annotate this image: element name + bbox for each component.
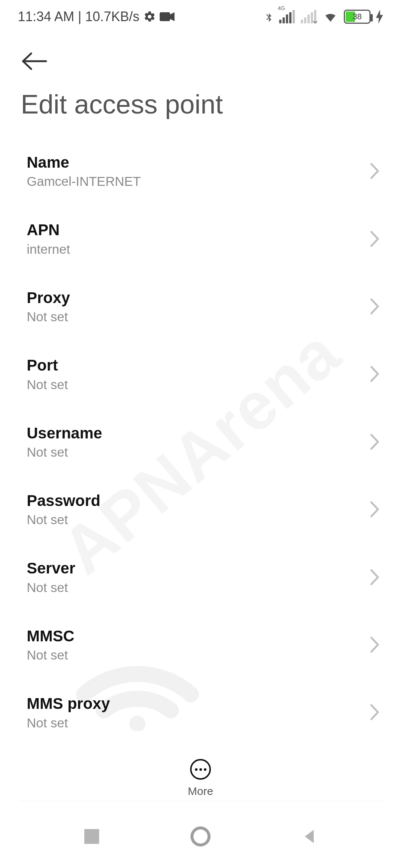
- svg-rect-8: [307, 14, 310, 23]
- chevron-right-icon: [369, 298, 380, 315]
- page-title: Edit access point: [0, 74, 401, 131]
- svg-rect-6: [301, 20, 303, 23]
- setting-value: internet: [27, 242, 369, 257]
- setting-label: Server: [27, 559, 369, 578]
- chevron-right-icon: [369, 501, 380, 518]
- setting-row-text: PasswordNot set: [27, 491, 369, 527]
- setting-label: Name: [27, 153, 369, 172]
- setting-label: Username: [27, 424, 369, 443]
- setting-row-port[interactable]: PortNot set: [0, 340, 401, 408]
- setting-value: Not set: [27, 716, 369, 730]
- wifi-icon: [322, 10, 339, 23]
- nav-home-button[interactable]: [189, 825, 212, 848]
- charging-icon: [376, 10, 383, 24]
- settings-list-viewport: NameGamcel-INTERNETAPNinternetProxyNot s…: [0, 126, 401, 731]
- setting-row-apn[interactable]: APNinternet: [0, 205, 401, 272]
- bluetooth-icon: [264, 9, 274, 24]
- setting-row-text: ProxyNot set: [27, 289, 369, 324]
- setting-row-text: APNinternet: [27, 221, 369, 256]
- setting-row-username[interactable]: UsernameNot set: [0, 408, 401, 476]
- setting-label: APN: [27, 221, 369, 239]
- chevron-right-icon: [369, 365, 380, 382]
- nav-back-button[interactable]: [298, 825, 320, 848]
- svg-rect-5: [293, 10, 295, 23]
- setting-label: Port: [27, 356, 369, 375]
- chevron-right-icon: [369, 569, 380, 586]
- setting-value: Not set: [27, 512, 369, 527]
- status-net-speed: 10.7KB/s: [85, 9, 139, 24]
- setting-label: Proxy: [27, 289, 369, 307]
- svg-rect-10: [314, 10, 316, 23]
- setting-value: Not set: [27, 309, 369, 324]
- battery-indicator: 38: [344, 10, 371, 24]
- setting-row-name[interactable]: NameGamcel-INTERNET: [0, 137, 401, 205]
- signal-nosim-icon: [301, 10, 317, 23]
- circle-icon: [190, 826, 211, 846]
- divider: [19, 801, 382, 801]
- setting-row-text: UsernameNot set: [27, 424, 369, 460]
- nav-recents-button[interactable]: [81, 825, 103, 848]
- setting-value: Not set: [27, 580, 369, 595]
- setting-value: Gamcel-INTERNET: [27, 174, 369, 189]
- svg-rect-2: [283, 17, 285, 23]
- setting-row-mmsc[interactable]: MMSCNot set: [0, 611, 401, 678]
- gear-icon: [143, 10, 156, 23]
- more-button[interactable]: [190, 759, 211, 780]
- chevron-right-icon: [369, 704, 380, 721]
- setting-row-text: MMS proxyNot set: [27, 694, 369, 730]
- setting-value: Not set: [27, 377, 369, 392]
- chevron-right-icon: [369, 230, 380, 247]
- svg-rect-3: [286, 14, 288, 23]
- setting-label: MMS proxy: [27, 694, 369, 713]
- setting-row-text: NameGamcel-INTERNET: [27, 153, 369, 189]
- more-label: More: [188, 785, 213, 798]
- svg-rect-4: [289, 12, 291, 23]
- setting-value: Not set: [27, 445, 369, 460]
- status-left: 11:34 AM | 10.7KB/s: [18, 9, 175, 24]
- back-button[interactable]: [0, 33, 401, 74]
- setting-row-password[interactable]: PasswordNot set: [0, 476, 401, 543]
- setting-row-text: ServerNot set: [27, 559, 369, 595]
- setting-value: Not set: [27, 648, 369, 662]
- svg-rect-7: [304, 17, 306, 23]
- signal-4g-label: 4G: [278, 5, 285, 11]
- setting-row-server[interactable]: ServerNot set: [0, 543, 401, 611]
- dot-icon: [199, 768, 202, 771]
- setting-row-mms-proxy[interactable]: MMS proxyNot set: [0, 678, 401, 731]
- status-time: 11:34 AM: [18, 9, 74, 24]
- signal-4g-icon: 4G: [279, 10, 296, 23]
- triangle-icon: [301, 828, 317, 845]
- dot-icon: [204, 768, 206, 771]
- status-bar: 11:34 AM | 10.7KB/s 4G 38: [0, 0, 401, 33]
- svg-rect-9: [311, 12, 313, 23]
- svg-rect-0: [160, 12, 170, 21]
- chevron-right-icon: [369, 162, 380, 180]
- setting-label: Password: [27, 491, 369, 510]
- svg-rect-1: [279, 20, 281, 23]
- setting-label: MMSC: [27, 627, 369, 645]
- dot-icon: [195, 768, 198, 771]
- navigation-bar: [0, 805, 401, 868]
- status-sep: |: [78, 9, 81, 24]
- chevron-right-icon: [369, 636, 380, 653]
- chevron-right-icon: [369, 433, 380, 450]
- camera-icon: [160, 11, 175, 22]
- setting-row-proxy[interactable]: ProxyNot set: [0, 273, 401, 340]
- bottom-toolbar: More: [0, 731, 401, 798]
- back-arrow-icon: [21, 52, 380, 70]
- square-icon: [84, 829, 99, 844]
- setting-row-text: MMSCNot set: [27, 627, 369, 662]
- settings-list: NameGamcel-INTERNETAPNinternetProxyNot s…: [0, 126, 401, 731]
- setting-row-text: PortNot set: [27, 356, 369, 392]
- status-right: 4G 38: [264, 9, 383, 24]
- battery-pct: 38: [345, 12, 369, 22]
